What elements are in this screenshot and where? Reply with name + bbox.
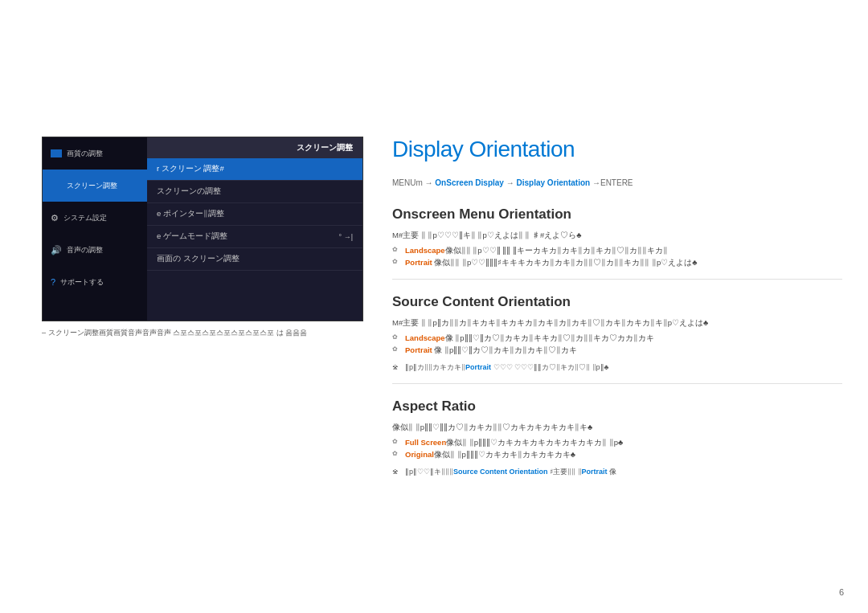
section-title-aspect: Aspect Ratio <box>392 398 842 415</box>
highlight-portrait-2: Portrait <box>405 345 432 354</box>
highlight-landscape-1: Landscape <box>405 246 445 255</box>
section-body-aspect: 像似‖ ‖p‖‖♡‖‖カ♡‖カキカ‖‖♡カキカキカキカキ‖キ♣ <box>392 421 842 433</box>
tv-sidebar-label-3: システム設定 <box>63 213 107 223</box>
highlight-portrait-1: Portrait <box>405 258 432 267</box>
tv-menu-label-1: r スクリーン 調整# <box>157 164 224 174</box>
note-source: ‖p‖カ‖‖カキカキ‖Portrait ♡♡♡ ♡♡♡‖‖カ♡‖キカ‖♡‖ ‖p… <box>392 362 842 374</box>
nav-path: MENUm → OnScreen Display → Display Orien… <box>392 177 842 189</box>
tv-menu-panel: 画質の調整 スクリーン調整 ⚙ システム設定 🔊 音声の調整 ? サポートする … <box>42 137 363 321</box>
caption-text: – スクリーン調整画質画質音声音声音声 스포스포스포스포스포스포스포 は 음음음 <box>42 329 307 337</box>
divider-1 <box>392 279 842 280</box>
nav-prefix: MENUm → <box>392 178 433 187</box>
bullet-list-aspect: Full Screen像似‖ ‖p‖‖‖♡カキカキカキカキカキカキカ‖ ‖p♣ … <box>392 436 842 460</box>
nav-display-orientation: Display Orientation <box>517 178 591 187</box>
highlight-source-content: Source Content Orientation <box>453 468 548 476</box>
section-body-source: M#主要 ‖ ‖p‖カ‖‖カ‖キカキ‖キカキカ‖カキ‖カ‖カキ‖♡‖カキ‖カキカ… <box>392 317 842 329</box>
bullet-aspect-original: Original像似‖ ‖p‖‖‖♡カキカキ‖カキカキカキ♣ <box>392 448 842 460</box>
section-title-source: Source Content Orientation <box>392 294 842 310</box>
highlight-portrait-3: Portrait <box>465 363 491 371</box>
tv-sidebar-item-4: 🔊 音声の調整 <box>43 234 147 266</box>
tv-sidebar-item-5: ? サポートする <box>43 266 147 298</box>
bullet-onscreen-portrait: Portrait 像似‖‖ ‖p♡♡‖‖‖♯キキキカキカ‖カキ‖カ‖‖♡‖カ‖‖… <box>392 256 842 268</box>
tv-menu-item-2: スクリーンの調整 <box>147 181 362 203</box>
section-title-onscreen: Onscreen Menu Orientation <box>392 206 842 223</box>
tv-menu-label-2: スクリーンの調整 <box>157 186 221 197</box>
page-number: 6 <box>839 587 844 597</box>
nav-onscreen: OnScreen Display <box>435 178 504 187</box>
note-aspect: ‖p‖♡♡‖キ‖‖‖Source Content Orientation ♯主要… <box>392 467 842 478</box>
tv-menu-item-3: e ポインター‖調整 <box>147 203 362 226</box>
tv-content-area: スクリーン調整 r スクリーン 調整# スクリーンの調整 e ポインター‖調整 … <box>147 137 362 321</box>
tv-menu-label-4: e ゲームモード調整 <box>157 231 227 242</box>
bullet-source-portrait: Portrait 像 ‖p‖‖♡‖カ♡‖カキ‖カ‖カキ‖♡‖カキ <box>392 344 842 356</box>
tv-menu-degree: ° →| <box>339 233 353 241</box>
bullet-aspect-fullscreen: Full Screen像似‖ ‖p‖‖‖♡カキカキカキカキカキカキカ‖ ‖p♣ <box>392 436 842 448</box>
highlight-fullscreen: Full Screen <box>405 438 446 447</box>
tv-icon-2 <box>51 182 62 190</box>
bullet-onscreen-landscape: Landscape像似‖‖ ‖p♡♡‖ ‖‖ ‖キーカキカ‖カキ‖カ‖キカ‖♡‖… <box>392 244 842 256</box>
tv-sidebar-item-2: スクリーン調整 <box>43 170 147 202</box>
highlight-portrait-4: Portrait <box>582 468 608 476</box>
tv-sidebar-label-4: 音声の調整 <box>67 245 103 255</box>
tv-icon-1 <box>51 149 62 157</box>
nav-arrow1: → <box>506 178 514 187</box>
nav-suffix: →ENTERE <box>592 178 633 187</box>
tv-menu-label-5: 画面の スクリーン調整 <box>157 254 240 264</box>
bullet-list-onscreen: Landscape像似‖‖ ‖p♡♡‖ ‖‖ ‖キーカキカ‖カキ‖カ‖キカ‖♡‖… <box>392 244 842 268</box>
highlight-landscape-2: Landscape <box>405 333 445 342</box>
gear-icon: ⚙ <box>51 213 59 223</box>
tv-menu-item-5: 画面の スクリーン調整 <box>147 248 362 271</box>
tv-sidebar-label-1: 画質の調整 <box>67 149 103 159</box>
content-area: Display Orientation MENUm → OnScreen Dis… <box>392 137 842 478</box>
highlight-original: Original <box>405 450 434 459</box>
speaker-icon: 🔊 <box>51 245 62 255</box>
bullet-list-source: Landscape像 ‖p‖‖♡‖カ♡‖カキカ‖キキカ‖♡‖カ‖‖キカ♡カカ‖カ… <box>392 332 842 356</box>
tv-sidebar-item-3: ⚙ システム設定 <box>43 202 147 234</box>
question-icon: ? <box>51 277 55 287</box>
tv-sidebar-label-5: サポートする <box>60 277 104 288</box>
divider-2 <box>392 383 842 384</box>
section-body-onscreen: M#主要 ‖ ‖p♡♡♡‖キ‖ ‖p♡えよは‖ ‖ ♯#えよ♡ら♣ <box>392 229 842 241</box>
tv-menu-label-3: e ポインター‖調整 <box>157 209 224 219</box>
tv-menu-item-4: e ゲームモード調整 ° →| <box>147 226 362 248</box>
tv-sidebar: 画質の調整 スクリーン調整 ⚙ システム設定 🔊 音声の調整 ? サポートする <box>43 137 147 321</box>
bullet-source-landscape: Landscape像 ‖p‖‖♡‖カ♡‖カキカ‖キキカ‖♡‖カ‖‖キカ♡カカ‖カ… <box>392 332 842 344</box>
tv-content-header: スクリーン調整 <box>147 137 362 158</box>
tv-caption: – スクリーン調整画質画質音声音声音声 스포스포스포스포스포스포스포 は 음음음 <box>42 328 363 338</box>
page-title: Display Orientation <box>392 137 842 162</box>
tv-sidebar-item-1: 画質の調整 <box>43 137 147 170</box>
tv-sidebar-label-2: スクリーン調整 <box>67 181 117 191</box>
tv-menu-item-1: r スクリーン 調整# <box>147 158 362 181</box>
